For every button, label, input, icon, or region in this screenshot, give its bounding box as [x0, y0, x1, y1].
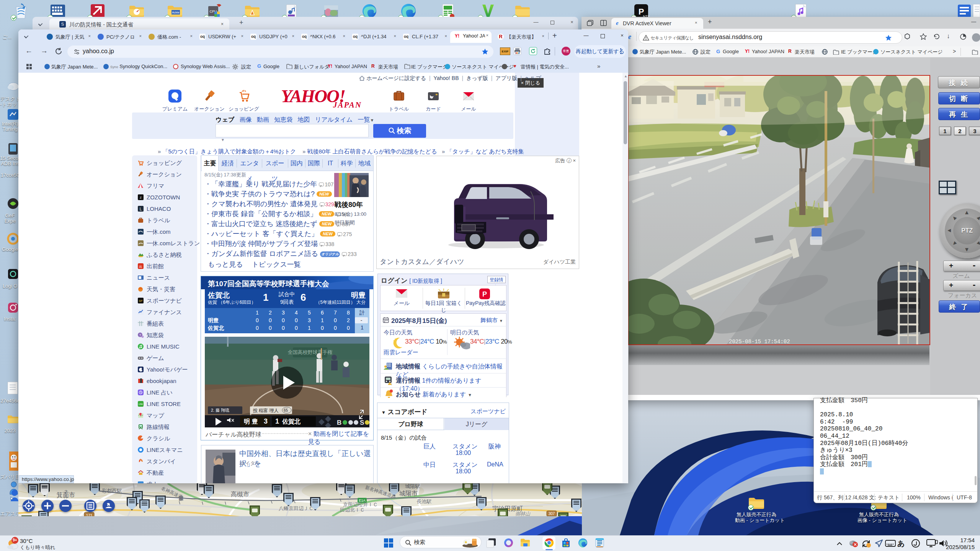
svg-text:明 豊: 明 豊 [244, 418, 258, 425]
svg-text:2. 藤 翔琉: 2. 藤 翔琉 [211, 408, 229, 412]
svg-text:出: 出 [139, 265, 142, 269]
svg-text:佐賀北: 佐賀北 [282, 418, 301, 425]
svg-text:Z: Z [140, 196, 142, 199]
svg-text:2025-08-15 17:54:02: 2025-08-15 17:54:02 [729, 339, 790, 344]
svg-text:1: 1 [275, 417, 279, 425]
svg-text:城陽市: 城陽市 [399, 490, 418, 497]
svg-text:P: P [482, 290, 487, 298]
svg-text:高槻市: 高槻市 [231, 491, 249, 497]
svg-text:65: 65 [284, 408, 288, 412]
svg-text:?: ? [139, 333, 141, 337]
svg-text:彩都西駅: 彩都西駅 [102, 488, 122, 494]
svg-text:田辺北ＩＣ: 田辺北ＩＣ [340, 507, 365, 513]
svg-text:京田辺松井ＩＣ: 京田辺松井ＩＣ [343, 502, 378, 507]
svg-text:S: S [360, 419, 364, 426]
svg-text:全国高校野球選手権: 全国高校野球選手権 [288, 349, 333, 355]
svg-text:Ackie: Ackie [172, 11, 180, 14]
svg-text:LINE: LINE [139, 403, 143, 405]
svg-text:L: L [140, 207, 142, 211]
svg-text:御林山: 御林山 [515, 511, 531, 516]
svg-text:307: 307 [549, 512, 555, 516]
svg-text:SP: SP [139, 300, 143, 302]
svg-text:城陽駅: 城陽駅 [405, 483, 420, 489]
svg-text:ネル: ネル [64, 486, 69, 499]
svg-text:!: ! [391, 383, 392, 386]
svg-text:3: 3 [264, 417, 268, 425]
svg-text:171: 171 [86, 514, 93, 516]
svg-text:投 稲富 理人: 投 稲富 理人 [253, 408, 279, 413]
svg-text:長池駅: 長池駅 [416, 499, 431, 504]
svg-text:B: B [337, 419, 341, 426]
